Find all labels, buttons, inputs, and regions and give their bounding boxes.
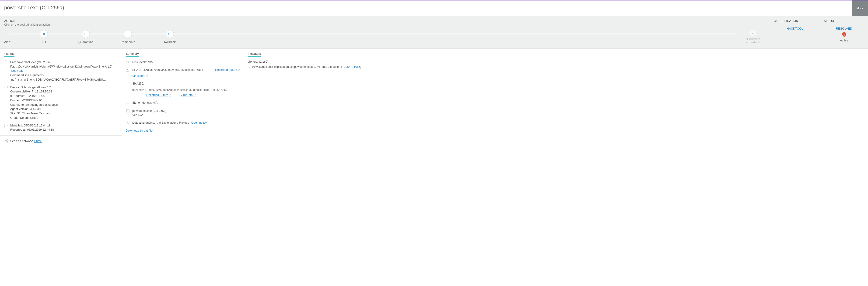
site-value: S1_ThreatTeam_TestLab [17, 112, 50, 115]
classification-value[interactable]: HACKTOOL [786, 27, 803, 30]
status-caption: Active [840, 39, 848, 42]
status-panel: STATUS RESOLVED Active [820, 16, 868, 48]
device-icon [4, 85, 10, 120]
product-name: powershell.exe (CLI 256a) [132, 109, 240, 113]
disconnect-label-1: Disconnect [745, 37, 761, 41]
agent-label: Agent Version: [10, 107, 29, 111]
summary-title: Summary [126, 52, 139, 57]
sha1-recorded-future-link[interactable]: Recorded Future↗ [215, 68, 240, 72]
svg-point-18 [128, 122, 128, 123]
device-label: Device: [10, 86, 20, 89]
reported-value: 05/06/2019 12:44:18 [27, 128, 54, 131]
file-label: File: [10, 61, 16, 64]
path-label: Path: [10, 65, 17, 68]
action-quarantine-label: Quarantine [79, 40, 93, 44]
signer-value: N/A [153, 101, 157, 104]
action-kill-label: Kill [42, 40, 46, 44]
s1-icon: S1 [126, 60, 132, 65]
actions-title: ACTIONS [4, 19, 766, 23]
svg-point-13 [7, 142, 8, 143]
clock-icon [4, 123, 10, 132]
action-rollback[interactable]: Rollback [149, 30, 191, 44]
status-value[interactable]: RESOLVED [836, 27, 852, 30]
svg-point-7 [844, 35, 844, 36]
sha256-virustotal-link[interactable]: VirusTotal↗ [181, 93, 196, 97]
action-remediate[interactable]: Remediate [107, 30, 149, 44]
seen-value-link[interactable]: 1 time [34, 140, 42, 143]
hash-icon: H [126, 68, 132, 78]
product-icon [126, 109, 132, 118]
engine-label: Detecting engine: [132, 121, 155, 124]
action-alert-label: Alert [4, 40, 10, 44]
ver-label: Ver: [132, 113, 137, 117]
domain-label: Domain: [10, 99, 21, 102]
risk-value: N/A [148, 61, 153, 64]
download-threat-link[interactable]: Download threat file [126, 129, 153, 132]
sha1-value: 256a2a179d803532f9824eac7e688ce9bfb76ae4 [143, 68, 203, 72]
indicators-general: General (1/169) [248, 60, 864, 63]
path-value: \Device\HarddiskVolume2\Windows\System32… [18, 65, 112, 68]
svg-line-14 [6, 140, 7, 141]
sha256-recorded-future-link[interactable]: Recorded Future↗ [146, 93, 171, 97]
indicators-column: Indicators General (1/169) PowerShell po… [244, 49, 868, 147]
action-alert[interactable]: Alert [4, 30, 23, 44]
action-remediate-label: Remediate [121, 40, 135, 44]
external-link-icon: ↗ [169, 93, 171, 97]
quarantine-icon [82, 30, 90, 38]
classification-title: CLASSIFICATION [774, 19, 816, 23]
shield-alert-icon [841, 32, 847, 37]
indicator-text: PowerShell post-exploitation script was … [252, 65, 342, 69]
more-button[interactable]: More [852, 0, 868, 16]
svg-line-15 [6, 141, 7, 142]
page-title: powershell.exe (CLI 256a) [0, 0, 852, 16]
username-label: Username: [10, 103, 25, 106]
svg-point-17 [127, 122, 129, 124]
action-disconnect: ≠ Disconnect from network [740, 30, 766, 44]
copy-path-link[interactable]: Copy path [11, 69, 24, 72]
action-rollback-label: Rollback [164, 40, 176, 44]
indicator-close: } [360, 65, 361, 69]
file-info-column: File Info File: powershell.exe (CLI 256a… [0, 49, 122, 147]
domain-value: WORKGROUP [22, 99, 42, 102]
sha1-label: SHA1: [132, 68, 141, 72]
svg-rect-8 [4, 86, 7, 88]
ip-value: 192.168.195.5 [26, 94, 44, 98]
status-title: STATUS [824, 19, 864, 23]
hash-icon: H [126, 81, 132, 97]
file-info-title: File Info [4, 52, 14, 57]
sha256-value: 0e2e7dc44199e62305f2dde568b6ec439c8ff4fa… [132, 88, 226, 92]
disconnect-label-2: from network [745, 41, 761, 44]
file-icon [4, 60, 10, 82]
disconnect-icon: ≠ [749, 30, 756, 37]
page-header: powershell.exe (CLI 256a) More [0, 0, 868, 16]
external-link-icon: ↗ [194, 93, 196, 97]
mitre-t1064-link[interactable]: T1064 [342, 65, 350, 69]
agent-value: 3.1.3.38 [30, 107, 40, 111]
console-ip-value: 12.124.76.22 [35, 90, 52, 93]
site-label: Site: [10, 112, 16, 115]
open-policy-link[interactable]: Open policy [191, 121, 207, 124]
mitre-t1086-link[interactable]: T1086 [352, 65, 360, 69]
cmd-label: Command line arguments: [10, 74, 44, 77]
risk-label: Risk levels: [132, 61, 147, 64]
cmd-value: -noP -sta -w 1 -enc SQBmACgAJABQAFMAVgBF… [10, 77, 118, 82]
action-bar: ACTIONS Click on the desired mitigation … [0, 16, 868, 48]
sha256-label: SHA256: [132, 81, 144, 86]
indicator-item: PowerShell post-exploitation script was … [252, 65, 864, 69]
identified-label: Identified: [10, 124, 23, 127]
reported-label: Reported at: [10, 128, 26, 131]
group-value: Default Group [20, 116, 38, 119]
network-icon [4, 139, 10, 144]
identified-value: 05/06/2019 12:44:18 [24, 124, 51, 127]
sha1-virustotal-link[interactable]: VirusTotal↗ [132, 74, 148, 78]
action-kill[interactable]: Kill [23, 30, 65, 44]
action-quarantine[interactable]: Quarantine [65, 30, 107, 44]
indicators-title: Indicators [248, 52, 261, 57]
username-value: SchrodingersBox\support [25, 103, 58, 106]
svg-point-12 [7, 140, 8, 140]
device-value: SchrodingersBox-w732 [21, 86, 51, 89]
actions-panel: ACTIONS Click on the desired mitigation … [0, 16, 770, 48]
svg-rect-16 [126, 109, 129, 112]
actions-subtitle: Click on the desired mitigation action. [4, 23, 766, 26]
remediate-icon [124, 30, 132, 38]
